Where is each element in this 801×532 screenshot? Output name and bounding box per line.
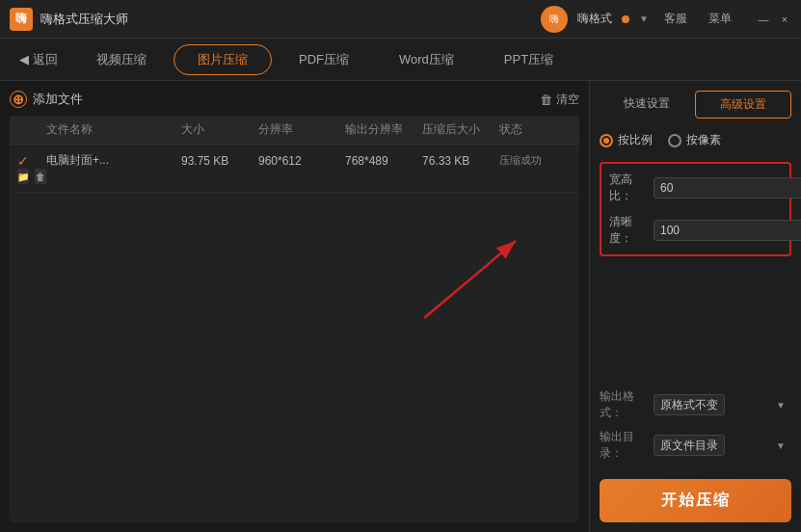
width-ratio-row: 宽高比： % ? [609, 172, 782, 204]
clarity-input[interactable] [654, 220, 801, 241]
right-panel: 快速设置 高级设置 按比例 按像素 宽高比： % ? [589, 81, 801, 532]
col-resolution: 分辨率 [258, 121, 345, 138]
output-dir-select-wrapper: 原文件目录 ▼ [654, 435, 791, 456]
app-title: 嗨格式压缩大师 [40, 11, 541, 28]
left-panel: ⊕ 添加文件 🗑 清空 文件名称 大小 分辨率 输出分辨率 压缩后大小 状态 ✓… [0, 81, 589, 532]
clear-label: 清空 [556, 92, 579, 108]
radio-by-image-label: 按像素 [686, 132, 721, 148]
row-output-resolution: 768*489 [345, 154, 422, 168]
col-name: 文件名称 [46, 121, 181, 138]
titlebar: 嗨 嗨格式压缩大师 嗨 嗨格式 ▼ 客服 菜单 — × [0, 0, 801, 39]
row-status: 压缩成功 [499, 153, 567, 168]
output-dir-row: 输出目录： 原文件目录 ▼ [600, 429, 791, 462]
add-file-label: 添加文件 [33, 91, 83, 108]
radio-by-image-circle [668, 134, 681, 147]
window-controls: — × [757, 13, 791, 26]
avatar: 嗨 [541, 6, 568, 33]
col-output-resolution: 输出分辨率 [345, 121, 422, 138]
row-resolution: 960*612 [258, 154, 345, 168]
row-size: 93.75 KB [181, 154, 258, 168]
radio-by-ratio-label: 按比例 [618, 132, 653, 148]
row-compressed-size: 76.33 KB [422, 154, 499, 168]
settings-tabs: 快速设置 高级设置 [600, 91, 791, 119]
menu-btn[interactable]: 菜单 [703, 9, 737, 29]
status-dot [622, 15, 629, 23]
tab-advanced-settings[interactable]: 高级设置 [695, 91, 792, 119]
tab-video[interactable]: 视频压缩 [73, 45, 170, 74]
main-content: ⊕ 添加文件 🗑 清空 文件名称 大小 分辨率 输出分辨率 压缩后大小 状态 ✓… [0, 81, 801, 532]
format-dropdown-icon: ▼ [776, 400, 786, 411]
back-label: 返回 [33, 51, 58, 68]
back-icon: ◀ [19, 52, 29, 66]
settings-box: 宽高比： % ? 清晰度： ? [600, 162, 791, 256]
delete-row-icon[interactable]: 🗑 [35, 169, 46, 184]
row-filename: 电脑封面+... [46, 152, 181, 169]
user-name: 嗨格式 [577, 11, 612, 27]
tab-word[interactable]: Word压缩 [376, 45, 477, 74]
close-btn[interactable]: × [778, 13, 791, 26]
trash-icon: 🗑 [540, 93, 552, 107]
clarity-row: 清晰度： ? [609, 214, 782, 247]
output-section: 输出格式： 原格式不变 ▼ 输出目录： 原文件目录 ▼ [600, 388, 791, 462]
radio-by-ratio-dot [603, 138, 609, 144]
customer-service-btn[interactable]: 客服 [658, 9, 693, 29]
col-status: 状态 [499, 121, 567, 138]
table-row: ✓ 电脑封面+... 93.75 KB 960*612 768*489 76.3… [10, 145, 579, 193]
clear-button[interactable]: 🗑 清空 [540, 92, 579, 108]
table-header: 文件名称 大小 分辨率 输出分辨率 压缩后大小 状态 [10, 116, 579, 145]
open-folder-icon[interactable]: 📁 [17, 169, 29, 184]
tabbar: ◀ 返回 视频压缩 图片压缩 PDF压缩 Word压缩 PPT压缩 [0, 39, 801, 81]
start-compress-button[interactable]: 开始压缩 [600, 479, 791, 522]
back-btn[interactable]: ◀ 返回 [8, 45, 69, 74]
minimize-btn[interactable]: — [757, 13, 770, 26]
output-format-select[interactable]: 原格式不变 [654, 394, 725, 415]
width-ratio-label: 宽高比： [609, 172, 648, 204]
radio-by-ratio[interactable]: 按比例 [600, 132, 653, 148]
output-dir-label: 输出目录： [600, 429, 648, 462]
app-logo: 嗨 [10, 8, 33, 31]
add-file-button[interactable]: ⊕ 添加文件 [10, 91, 83, 108]
add-icon: ⊕ [10, 91, 27, 108]
chevron-down-icon: ▼ [639, 13, 649, 24]
radio-by-ratio-circle [600, 134, 613, 147]
output-format-row: 输出格式： 原格式不变 ▼ [600, 388, 791, 421]
tab-quick-settings[interactable]: 快速设置 [600, 91, 695, 119]
file-table: 文件名称 大小 分辨率 输出分辨率 压缩后大小 状态 ✓ 电脑封面+... 93… [10, 116, 579, 522]
output-dir-select[interactable]: 原文件目录 [654, 435, 725, 456]
dir-dropdown-icon: ▼ [776, 440, 786, 451]
width-ratio-input[interactable] [654, 177, 801, 199]
toolbar: ⊕ 添加文件 🗑 清空 [10, 91, 579, 108]
radio-by-image[interactable]: 按像素 [668, 132, 721, 148]
clarity-label: 清晰度： [609, 214, 648, 247]
output-format-label: 输出格式： [600, 388, 648, 421]
titlebar-right: 嗨 嗨格式 ▼ 客服 菜单 — × [541, 6, 791, 33]
tab-image[interactable]: 图片压缩 [174, 44, 272, 75]
row-checkbox[interactable]: ✓ [17, 153, 46, 169]
mode-selection: 按比例 按像素 [600, 128, 791, 152]
tab-pdf[interactable]: PDF压缩 [276, 45, 372, 74]
tab-ppt[interactable]: PPT压缩 [481, 45, 576, 74]
col-check [17, 121, 46, 138]
col-size: 大小 [181, 121, 258, 138]
col-compressed-size: 压缩后大小 [422, 121, 499, 138]
output-format-select-wrapper: 原格式不变 ▼ [654, 394, 791, 415]
row-operations: 📁 🗑 [17, 169, 46, 184]
